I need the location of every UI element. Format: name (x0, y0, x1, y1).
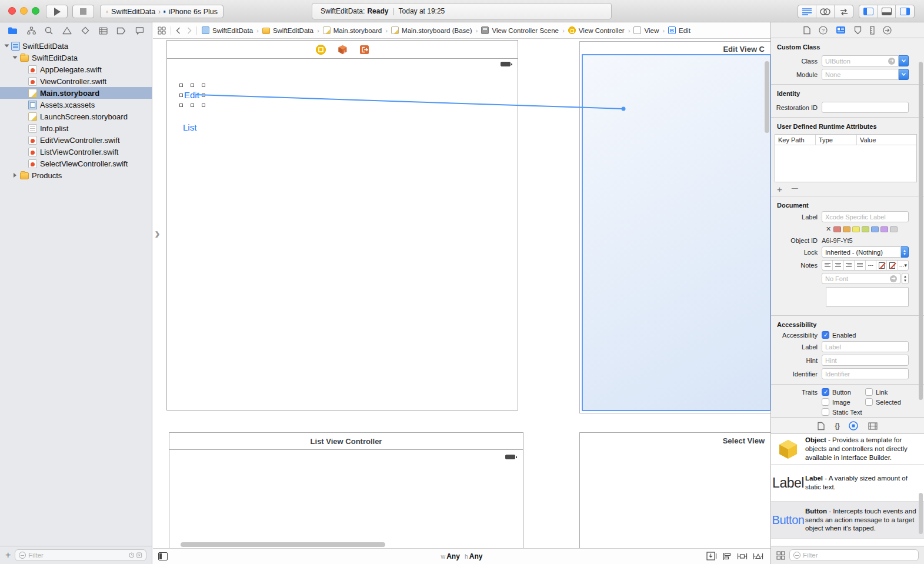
color-swatch-red[interactable] (833, 226, 841, 232)
edit-button[interactable]: Edit (184, 90, 199, 100)
no-fill-button[interactable] (876, 261, 887, 270)
test-navigator-icon[interactable] (81, 26, 89, 35)
close-window-button[interactable] (8, 7, 16, 15)
lock-stepper[interactable]: ▲▼ (901, 246, 909, 258)
inspector-scrollbar[interactable] (919, 62, 923, 400)
size-class-control[interactable]: w Any h Any (153, 549, 770, 564)
edit-scene-view-highlighted[interactable] (582, 54, 770, 411)
library-filter-input[interactable] (803, 552, 915, 559)
library-grid-view-icon[interactable] (776, 551, 785, 560)
acc-label-input[interactable] (825, 343, 905, 351)
exit-dock-icon[interactable] (359, 45, 369, 55)
tree-row-folder[interactable]: SwiftEditData (0, 52, 152, 64)
library-item-button-selected[interactable]: Button Button - Intercepts touch events … (771, 502, 924, 539)
library-filter-field[interactable] (789, 549, 919, 561)
acc-label-field[interactable] (822, 341, 909, 352)
selection-handle[interactable] (179, 94, 183, 97)
align-center-button[interactable] (833, 261, 843, 270)
breakpoint-navigator-icon[interactable] (116, 27, 126, 35)
align-right-button[interactable] (844, 261, 855, 270)
media-library-icon[interactable] (868, 422, 878, 430)
class-field[interactable]: ➔ (822, 55, 899, 66)
recent-files-clock-icon[interactable] (129, 552, 135, 559)
module-dropdown-button[interactable] (899, 69, 909, 80)
zoom-window-button[interactable] (32, 7, 39, 15)
color-swatch-purple[interactable] (880, 226, 888, 232)
pin-constraints-icon[interactable] (737, 552, 748, 560)
notes-text-area[interactable] (826, 287, 909, 307)
size-inspector-icon[interactable] (870, 26, 875, 35)
first-responder-dock-icon[interactable]: 1 (338, 45, 348, 55)
file-inspector-icon[interactable] (803, 26, 810, 35)
breadcrumb-item[interactable]: Main.storyboard (333, 27, 382, 34)
library-scrollbar[interactable] (919, 493, 923, 534)
trait-button-checkbox[interactable] (822, 388, 829, 396)
scene-title[interactable]: Edit View C (723, 45, 765, 54)
selection-handle[interactable] (179, 104, 183, 107)
breadcrumb-item[interactable]: Main.storyboard (Base) (402, 27, 472, 34)
acc-hint-input[interactable] (825, 357, 905, 364)
restoration-id-field[interactable] (822, 102, 909, 113)
tree-row-file[interactable]: ListViewController.swift (0, 146, 152, 158)
selection-handle[interactable] (202, 94, 205, 97)
class-input[interactable] (825, 58, 888, 65)
document-outline-toggle-icon[interactable]: › (155, 225, 160, 243)
selection-handle[interactable] (179, 84, 183, 87)
align-icon[interactable] (722, 552, 732, 560)
notes-font-field[interactable]: ➔ (822, 273, 900, 284)
go-forward-icon[interactable] (187, 27, 192, 34)
navigate-arrow-icon[interactable]: ➔ (888, 58, 895, 65)
color-swatch-blue[interactable] (871, 226, 879, 232)
document-label-field[interactable] (822, 211, 909, 222)
breadcrumb-item[interactable]: SwiftEditData (273, 27, 313, 34)
code-snippet-library-icon[interactable]: { } (835, 422, 839, 430)
edit-view-controller-scene[interactable]: Edit View C (579, 41, 770, 413)
run-button[interactable] (46, 5, 68, 18)
tree-row-file[interactable]: Info.plist (0, 122, 152, 134)
scheme-selector[interactable]: SwiftEditData › iPhone 6s Plus (100, 5, 224, 18)
color-swatch-gray[interactable] (890, 226, 898, 232)
breadcrumb-item[interactable]: View (644, 27, 659, 34)
tree-row-project[interactable]: SwiftEditData (0, 40, 152, 52)
class-dropdown-button[interactable] (899, 55, 909, 66)
library-item-object[interactable]: Object - Provides a template for objects… (771, 434, 924, 465)
storyboard-canvas[interactable]: 1 Edit List Edit View C List View Contro (153, 39, 770, 548)
selection-handle[interactable] (202, 104, 205, 107)
view-controller-dock-icon[interactable] (316, 45, 326, 55)
selection-handle[interactable] (191, 104, 194, 107)
assistant-editor-button[interactable] (816, 5, 835, 18)
font-size-stepper[interactable]: ▲▼ (902, 273, 909, 284)
navigator-filter-input[interactable] (28, 552, 126, 559)
symbol-navigator-icon[interactable] (27, 26, 36, 35)
accessibility-enabled-checkbox[interactable] (822, 331, 829, 339)
object-library-icon-selected[interactable] (849, 421, 858, 430)
remove-attribute-button[interactable]: — (792, 185, 798, 193)
connections-inspector-icon[interactable] (883, 26, 892, 35)
color-swatch-yellow[interactable] (852, 226, 860, 232)
trait-image-checkbox[interactable] (822, 398, 829, 406)
module-input[interactable] (825, 71, 895, 78)
restoration-id-input[interactable] (825, 104, 905, 111)
canvas-horizontal-scrollbar[interactable] (181, 542, 385, 547)
attributes-inspector-icon[interactable] (854, 26, 862, 35)
lock-dropdown[interactable]: Inherited - (Nothing) (822, 246, 901, 258)
issue-navigator-icon[interactable] (62, 26, 72, 35)
stop-button[interactable] (72, 5, 94, 18)
breadcrumb-item[interactable]: View Controller (579, 27, 625, 34)
main-view-controller-scene[interactable]: 1 Edit List (166, 40, 518, 411)
trait-static-text-checkbox[interactable] (822, 408, 829, 416)
trait-link-checkbox[interactable] (865, 388, 873, 396)
tree-row-file[interactable]: ViewController.swift (0, 75, 152, 87)
scene-title[interactable]: List View Controller (311, 437, 382, 446)
resolve-issues-icon[interactable] (753, 552, 763, 560)
scene-title[interactable]: Select View (723, 436, 765, 445)
list-button[interactable]: List (183, 122, 196, 132)
no-color-icon[interactable]: ✕ (826, 225, 831, 233)
dashes-button[interactable]: --- (866, 261, 876, 270)
tree-row-products[interactable]: Products (0, 169, 152, 181)
related-items-icon[interactable] (158, 26, 166, 35)
canvas-vertical-scrollbar[interactable] (765, 61, 769, 133)
debug-navigator-icon[interactable] (99, 27, 108, 35)
selection-handle[interactable] (191, 84, 194, 87)
identity-inspector-icon-selected[interactable] (836, 26, 846, 34)
